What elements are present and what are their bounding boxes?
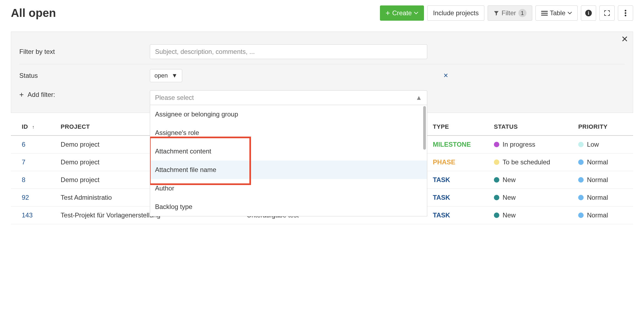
priority-cell: Normal: [578, 158, 630, 166]
status-dot-icon: [494, 195, 499, 200]
filter-by-text-label: Filter by text: [19, 48, 150, 56]
filter-button[interactable]: Filter 1: [488, 5, 532, 21]
status-label: Status: [19, 72, 150, 79]
chevron-up-icon: ▲: [416, 94, 422, 101]
page-title: All open: [11, 7, 380, 20]
create-button[interactable]: + Create: [380, 5, 424, 21]
svg-rect-1: [541, 13, 548, 14]
status-cell: New: [494, 211, 572, 219]
id-link[interactable]: 6: [22, 141, 25, 148]
chevron-down-icon: ▼: [172, 72, 178, 79]
include-projects-button[interactable]: Include projects: [427, 5, 484, 21]
add-filter-placeholder: Please select: [155, 94, 194, 101]
info-icon: i: [585, 10, 592, 17]
column-status[interactable]: STATUS: [491, 118, 575, 136]
option-backlog-type[interactable]: Backlog type: [150, 198, 427, 216]
filter-row-status: Status open ▼ ✕ + Add filter: Please sel…: [19, 64, 625, 110]
filter-icon: [493, 10, 499, 16]
status-cell: In progress: [494, 141, 572, 148]
add-filter-trigger[interactable]: Please select ▲: [150, 90, 427, 105]
option-author[interactable]: Author: [150, 179, 427, 198]
add-filter-label: + Add filter:: [19, 90, 150, 99]
option-assignee-or-group[interactable]: Assignee or belonging group: [150, 105, 427, 124]
option-attachment-content[interactable]: Attachment content: [150, 142, 427, 161]
priority-dot-icon: [578, 195, 584, 200]
close-filter-panel[interactable]: [621, 36, 628, 42]
option-assignee-role[interactable]: Assignee's role: [150, 124, 427, 142]
status-cell: To be scheduled: [494, 158, 572, 166]
priority-dot-icon: [578, 213, 584, 218]
sort-ascending-icon: ↑: [32, 124, 35, 130]
kebab-icon: [625, 10, 626, 16]
svg-rect-0: [541, 11, 548, 12]
priority-dot-icon: [578, 177, 584, 183]
toolbar: + Create Include projects Filter 1: [380, 5, 633, 21]
filter-row-text: Filter by text: [19, 39, 625, 64]
column-type[interactable]: TYPE: [430, 118, 491, 136]
filter-panel: Filter by text Status open ▼ ✕ + Add fil…: [11, 32, 633, 113]
status-select[interactable]: open ▼: [150, 69, 182, 82]
priority-dot-icon: [578, 159, 584, 165]
table-label: Table: [550, 9, 565, 17]
chevron-down-icon: [414, 12, 418, 14]
view-mode-button[interactable]: Table: [535, 5, 578, 21]
add-filter-text: Add filter:: [27, 91, 55, 99]
status-dot-icon: [494, 177, 499, 183]
more-button[interactable]: [618, 5, 633, 21]
add-filter-dropdown: Please select ▲ Assignee or belonging gr…: [150, 90, 427, 105]
id-link[interactable]: 7: [22, 158, 25, 166]
status-dot-icon: [494, 213, 499, 218]
plus-icon: +: [19, 90, 24, 99]
create-label: Create: [392, 9, 412, 17]
filter-by-text-input[interactable]: [150, 44, 427, 59]
fullscreen-button[interactable]: [599, 5, 615, 21]
status-cell: New: [494, 176, 572, 184]
priority-cell: Normal: [578, 194, 630, 201]
type-cell: TASK: [433, 211, 450, 219]
id-link[interactable]: 143: [22, 211, 33, 219]
scrollbar-thumb[interactable]: [423, 106, 426, 150]
column-id[interactable]: ID ↑: [11, 118, 57, 136]
svg-point-7: [625, 15, 626, 16]
column-priority[interactable]: PRIORITY: [575, 118, 633, 136]
filter-count-badge: 1: [518, 9, 527, 17]
priority-cell: Normal: [578, 176, 630, 184]
priority-cell: Low: [578, 141, 630, 148]
list-icon: [541, 10, 548, 16]
chevron-down-icon: [568, 12, 572, 14]
expand-icon: [604, 10, 610, 16]
type-cell: MILESTONE: [433, 141, 471, 148]
id-link[interactable]: 8: [22, 176, 25, 183]
status-cell: New: [494, 194, 572, 201]
info-button[interactable]: i: [581, 5, 596, 21]
column-id-label: ID: [22, 123, 28, 130]
svg-text:i: i: [588, 10, 589, 16]
add-filter-list: Assignee or belonging group Assignee's r…: [150, 105, 427, 216]
svg-point-5: [625, 10, 626, 11]
filter-label: Filter: [501, 9, 516, 17]
priority-dot-icon: [578, 142, 584, 147]
type-cell: PHASE: [433, 158, 456, 166]
svg-rect-2: [541, 15, 548, 16]
include-projects-label: Include projects: [433, 9, 479, 17]
status-dot-icon: [494, 142, 499, 147]
svg-point-6: [625, 12, 626, 14]
priority-cell: Normal: [578, 211, 630, 219]
id-link[interactable]: 92: [22, 194, 29, 201]
option-attachment-file-name[interactable]: Attachment file name: [150, 161, 427, 179]
status-dot-icon: [494, 159, 499, 165]
status-value: open: [154, 72, 168, 79]
type-cell: TASK: [433, 176, 450, 183]
type-cell: TASK: [433, 194, 450, 201]
remove-status-filter[interactable]: ✕: [443, 72, 448, 79]
plus-icon: +: [386, 9, 390, 17]
